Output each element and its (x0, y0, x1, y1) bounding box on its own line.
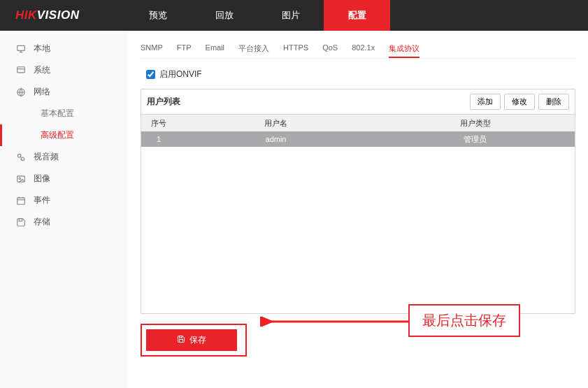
logo-suffix: VISION (37, 8, 80, 22)
tab-email[interactable]: Email (206, 41, 225, 58)
svg-rect-3 (17, 66, 25, 72)
svg-rect-0 (17, 45, 25, 50)
cell-username: admin (176, 135, 375, 143)
nav-preview[interactable]: 预览 (124, 0, 191, 31)
sidebar-item-network[interactable]: 网络 (0, 81, 128, 103)
sub-tabs: SNMP FTP Email 平台接入 HTTPS QoS 802.1x 集成协… (141, 41, 575, 59)
nav-playback[interactable]: 回放 (191, 0, 257, 31)
table-body[interactable]: 1 admin 管理员 (141, 131, 575, 313)
svg-point-8 (21, 157, 24, 161)
sidebar-item-label: 网络 (34, 86, 50, 98)
table-head: 序号 用户名 用户类型 (141, 115, 575, 131)
monitor-icon (15, 43, 27, 55)
col-username: 用户名 (176, 118, 375, 129)
annotation-arrow-icon (260, 317, 414, 326)
tab-8021x[interactable]: 802.1x (352, 41, 375, 58)
svg-rect-11 (17, 197, 25, 203)
table-row[interactable]: 1 admin 管理员 (141, 131, 575, 147)
logo: HIKVISION (15, 8, 79, 22)
cell-no: 1 (141, 135, 176, 143)
sidebar-item-image[interactable]: 图像 (0, 168, 128, 189)
annotation-label: 最后点击保存 (408, 304, 520, 337)
col-usertype: 用户类型 (375, 118, 575, 129)
sidebar-item-local[interactable]: 本地 (0, 38, 128, 59)
svg-rect-15 (19, 218, 22, 221)
col-no: 序号 (141, 118, 176, 129)
enable-onvif-label: 启用ONVIF (159, 69, 202, 80)
svg-point-7 (17, 154, 21, 157)
enable-onvif-checkbox[interactable] (146, 70, 155, 79)
sidebar-item-event[interactable]: 事件 (0, 189, 128, 211)
av-icon (15, 152, 27, 163)
floppy-icon (177, 335, 185, 345)
top-nav: 预览 回放 图片 配置 (124, 0, 390, 31)
tab-snmp[interactable]: SNMP (141, 41, 163, 58)
save-icon (15, 217, 27, 228)
nav-picture[interactable]: 图片 (257, 0, 324, 31)
sidebar-item-label: 事件 (34, 194, 50, 206)
add-button[interactable]: 添加 (470, 94, 501, 110)
edit-button[interactable]: 修改 (504, 94, 535, 110)
sidebar-item-label: 视音频 (34, 151, 59, 163)
sidebar-sub-advanced[interactable]: 高级配置 (0, 124, 128, 146)
cell-usertype: 管理员 (375, 134, 575, 145)
sidebar-item-storage[interactable]: 存储 (0, 211, 128, 233)
svg-point-10 (19, 178, 20, 179)
panel-buttons: 添加 修改 删除 (470, 94, 569, 110)
nav-config[interactable]: 配置 (324, 0, 390, 31)
user-table: 序号 用户名 用户类型 1 admin 管理员 (141, 115, 575, 313)
tab-https[interactable]: HTTPS (283, 41, 308, 58)
globe-icon (15, 87, 27, 98)
sidebar-item-label: 存储 (34, 216, 50, 228)
user-list-panel: 用户列表 添加 修改 删除 序号 用户名 用户类型 1 admin (141, 89, 575, 314)
tab-ftp[interactable]: FTP (177, 41, 192, 58)
sidebar-item-system[interactable]: 系统 (0, 59, 128, 81)
svg-rect-17 (180, 336, 182, 338)
image-icon (15, 173, 27, 185)
sidebar-item-label: 本地 (34, 43, 50, 55)
svg-rect-16 (180, 340, 183, 343)
tab-platform[interactable]: 平台接入 (238, 41, 269, 58)
sidebar-item-label: 图像 (34, 173, 50, 185)
tab-integration[interactable]: 集成协议 (389, 41, 420, 58)
save-highlight-box: 保存 (141, 324, 247, 357)
calendar-icon (15, 195, 27, 206)
panel-header: 用户列表 添加 修改 删除 (141, 89, 575, 115)
delete-button[interactable]: 删除 (538, 94, 569, 110)
header: HIKVISION 预览 回放 图片 配置 (0, 0, 588, 31)
save-button[interactable]: 保存 (146, 329, 237, 351)
sidebar-item-label: 系统 (34, 64, 50, 76)
sidebar-item-av[interactable]: 视音频 (0, 146, 128, 168)
enable-onvif-row: 启用ONVIF (146, 69, 575, 80)
save-button-label: 保存 (189, 334, 206, 346)
sidebar: 本地 系统 网络 基本配置 高级配置 视音频 图像 (0, 31, 128, 388)
logo-prefix: HIK (15, 8, 37, 22)
panel-title: 用户列表 (147, 96, 180, 108)
tab-qos[interactable]: QoS (322, 41, 338, 58)
system-icon (15, 65, 27, 76)
sidebar-sub-basic[interactable]: 基本配置 (0, 103, 128, 124)
